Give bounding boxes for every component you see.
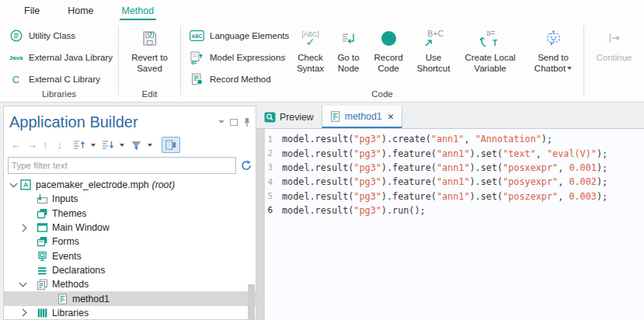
expand-menu-chevron[interactable] <box>91 144 96 147</box>
external-c-library-button[interactable]: C External C Library <box>0 68 118 90</box>
check-syntax-button[interactable]: [ABC]✓ Check Syntax <box>291 22 329 90</box>
collapse-menu-chevron[interactable] <box>120 144 124 147</box>
svg-text:ABC: ABC <box>191 33 202 39</box>
collapse-button[interactable] <box>102 140 114 150</box>
themes-icon <box>37 208 48 219</box>
code-literal: "pg3" <box>353 134 381 144</box>
declarations-icon <box>37 265 48 276</box>
forms-icon <box>37 236 48 247</box>
create-local-variable-button[interactable]: a=T Create Local Variable <box>458 22 523 90</box>
code-line[interactable]: 5model.result("pg3").feature("ann1").set… <box>256 189 644 203</box>
close-icon[interactable]: ✕ <box>388 112 395 121</box>
code-literal: "ann1" <box>437 148 470 159</box>
code-line[interactable]: 1model.result("pg3").create("ann1", "Ann… <box>256 132 644 146</box>
filter-menu-chevron[interactable] <box>148 144 152 147</box>
language-elements-button[interactable]: ABC Language Elements <box>181 25 291 47</box>
filter-input[interactable] <box>8 157 236 174</box>
model-expressions-icon: a= <box>188 51 206 64</box>
tree-item-method1[interactable]: method1 <box>4 291 256 305</box>
panel-float-button[interactable] <box>230 119 238 126</box>
code-lines: 1model.result("pg3").create("ann1", "Ann… <box>256 129 644 217</box>
code-text: model.result( <box>282 134 353 144</box>
go-to-node-label: Go to Node <box>333 53 364 74</box>
tab-method1[interactable]: method1 ✕ <box>322 106 403 128</box>
code-text: ); <box>597 191 607 202</box>
move-up-button[interactable]: ↑ <box>43 139 48 151</box>
application-icon: A <box>20 179 32 190</box>
preview-icon <box>264 112 276 123</box>
pin-icon <box>243 117 251 127</box>
expand-button[interactable] <box>73 140 85 150</box>
continue-label: Continue <box>596 53 632 64</box>
language-elements-icon: ABC <box>188 30 206 41</box>
tree-item-themes[interactable]: Themes <box>4 207 256 221</box>
tab-preview[interactable]: Preview <box>256 106 322 128</box>
code-line[interactable]: 6model.result("pg3").run(); <box>256 203 644 217</box>
external-java-library-button[interactable]: Java External Java Library <box>0 47 118 68</box>
use-shortcut-button[interactable]: B+C Use Shortcut <box>409 22 458 90</box>
tree-item-label: Methods <box>52 279 89 290</box>
code-text: ).create( <box>381 134 431 144</box>
code-literal: "pg3" <box>353 176 381 187</box>
panel-menu-button[interactable] <box>218 120 225 123</box>
tree-item-forms[interactable]: Forms <box>4 235 256 249</box>
panel-pin-button[interactable] <box>243 117 251 127</box>
check-syntax-icon: [ABC]✓ <box>301 26 319 50</box>
external-java-library-label: External Java Library <box>29 53 113 62</box>
code-literal: "pg3" <box>353 205 381 216</box>
tab-home[interactable]: Home <box>65 2 96 20</box>
tree-item-inputs[interactable]: Inputs <box>4 192 256 206</box>
code-text: ).feature( <box>381 176 437 187</box>
ribbon: File Home Method Utility Class Java Exte… <box>0 0 644 103</box>
libraries-icon <box>37 308 48 318</box>
tree-item-events[interactable]: Events <box>4 249 256 263</box>
record-code-button[interactable]: Record Code <box>367 22 409 90</box>
nav-forward-button[interactable]: → <box>26 139 38 151</box>
tree-item-libraries[interactable]: Libraries <box>4 306 256 320</box>
expand-list-icon <box>73 140 85 150</box>
tree-item-label: Forms <box>52 236 79 247</box>
move-down-button[interactable]: ↓ <box>57 139 63 151</box>
tab-method[interactable]: Method <box>120 2 157 20</box>
refresh-button[interactable] <box>241 160 252 171</box>
continue-button[interactable]: Continue <box>587 22 642 64</box>
tree-item-label: method1 <box>72 294 110 304</box>
code-text: model.result( <box>282 176 353 187</box>
revert-to-saved-button[interactable]: ↺ Revert to Saved <box>119 22 180 74</box>
tree-item-label: Inputs <box>52 193 78 204</box>
send-to-chatbot-button[interactable]: Send to Chatbot <box>523 22 583 90</box>
filter-button[interactable] <box>131 140 142 151</box>
go-to-node-button[interactable]: Go to Node <box>329 22 367 90</box>
create-local-variable-icon: a=T <box>479 26 501 50</box>
editor-tab-bar: Preview method1 ✕ <box>256 106 644 129</box>
code-line[interactable]: 2model.result("pg3").feature("ann1").set… <box>256 146 644 160</box>
inputs-icon <box>37 193 48 204</box>
tab-file[interactable]: File <box>22 2 42 20</box>
code-line[interactable]: 4model.result("pg3").feature("ann1").set… <box>256 175 644 189</box>
record-method-label: Record Method <box>210 75 271 84</box>
chevron-collapsed-icon <box>19 224 27 231</box>
model-expressions-button[interactable]: a= Model Expressions <box>181 47 291 68</box>
code-line[interactable]: 3model.result("pg3").feature("ann1").set… <box>256 161 644 175</box>
tree-item-root[interactable]: A pacemaker_electrode.mph (root) <box>4 178 256 192</box>
code-text: , <box>536 148 547 159</box>
code-editor[interactable]: 1model.result("pg3").create("ann1", "Ann… <box>256 129 644 320</box>
nav-back-button[interactable]: ← <box>10 139 22 151</box>
tree-item-main-window[interactable]: Main Window <box>4 221 256 235</box>
code-literal: "pg3" <box>353 191 381 202</box>
record-method-button[interactable]: Record Method <box>181 68 291 90</box>
utility-class-icon <box>7 29 25 43</box>
tree-item-methods[interactable]: Methods <box>4 277 256 291</box>
filter-funnel-icon <box>131 140 142 151</box>
events-icon <box>37 251 48 262</box>
code-text: model.result( <box>282 148 353 159</box>
tree-item-label: pacemaker_electrode.mph <box>36 179 149 190</box>
tree-scrollbar-thumb[interactable] <box>248 284 255 319</box>
chevron-down-icon <box>567 67 572 70</box>
utility-class-button[interactable]: Utility Class <box>0 25 118 47</box>
float-window-icon <box>230 119 238 126</box>
tree-item-label: Themes <box>52 208 86 219</box>
show-details-toggle[interactable] <box>162 137 180 153</box>
code-text: ).set( <box>470 148 503 159</box>
tree-item-declarations[interactable]: Declarations <box>4 263 256 277</box>
